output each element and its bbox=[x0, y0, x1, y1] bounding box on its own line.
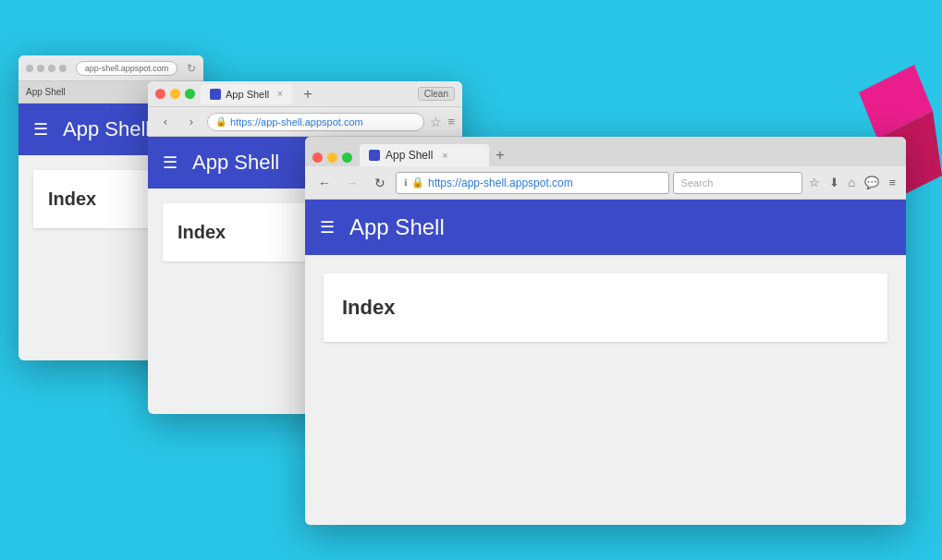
bookmark-icon-3[interactable]: ☆ bbox=[806, 176, 823, 189]
search-placeholder-3: Search bbox=[681, 177, 714, 189]
back-button-3[interactable]: ← bbox=[312, 171, 336, 195]
toolbar-3: ← → ↻ ℹ 🔒 https://app-shell.appspot.com … bbox=[305, 166, 906, 200]
reload-icon-1[interactable]: ↻ bbox=[187, 62, 196, 75]
traffic-lights-3 bbox=[312, 152, 352, 163]
url-text-1: app-shell.appspot.com bbox=[85, 64, 169, 73]
tab-3[interactable]: App Shell × bbox=[360, 144, 489, 166]
tab-label-1[interactable]: App Shell bbox=[26, 87, 66, 97]
back-button-2[interactable]: ‹ bbox=[155, 112, 176, 132]
content-label-3: Index bbox=[342, 296, 395, 319]
tab-label-2: App Shell bbox=[226, 89, 269, 100]
new-tab-button-2[interactable]: + bbox=[298, 84, 318, 104]
url-bar-1[interactable]: app-shell.appspot.com bbox=[76, 61, 177, 76]
forward-button-2[interactable]: › bbox=[181, 112, 202, 132]
url-text-2: https://app-shell.appspot.com bbox=[230, 116, 363, 128]
traffic-lights-1 bbox=[26, 65, 67, 72]
save-icon-3[interactable]: ⬇ bbox=[826, 176, 842, 189]
content-card-3: Index bbox=[324, 274, 887, 342]
menu-icon-2[interactable]: ≡ bbox=[447, 115, 455, 128]
chat-icon-3[interactable]: 💬 bbox=[862, 176, 882, 189]
dot-4 bbox=[59, 65, 67, 72]
browser-window-3: App Shell × + ← → ↻ ℹ 🔒 https://app-shel… bbox=[305, 137, 906, 525]
content-label-2: Index bbox=[177, 222, 226, 242]
dot-1 bbox=[26, 65, 33, 72]
title-bar-1: app-shell.appspot.com ↻ bbox=[18, 55, 203, 81]
tab-close-icon-2[interactable]: × bbox=[277, 89, 283, 99]
tab-close-icon-3[interactable]: × bbox=[442, 151, 447, 161]
home-icon-3[interactable]: ⌂ bbox=[846, 176, 859, 189]
dot-2 bbox=[37, 65, 44, 72]
search-bar-3[interactable]: Search bbox=[673, 172, 802, 194]
minimize-button-2[interactable] bbox=[170, 89, 180, 99]
app-header-3: ☰ App Shell bbox=[305, 200, 906, 255]
bookmark-icon-2[interactable]: ☆ bbox=[430, 115, 442, 129]
new-tab-button-3[interactable]: + bbox=[489, 144, 511, 166]
close-button-3[interactable] bbox=[312, 152, 323, 163]
hamburger-icon-3[interactable]: ☰ bbox=[320, 217, 335, 237]
close-button-2[interactable] bbox=[155, 89, 165, 99]
toolbar-2: ‹ › 🔒 https://app-shell.appspot.com ☆ ≡ bbox=[148, 107, 462, 137]
lock-icon-3: 🔒 bbox=[411, 177, 424, 189]
maximize-button-3[interactable] bbox=[342, 152, 352, 163]
hamburger-icon-2[interactable]: ☰ bbox=[163, 152, 177, 173]
dot-3 bbox=[48, 65, 55, 72]
title-bar-2: App Shell × + Clean bbox=[148, 81, 462, 107]
tab-favicon-3 bbox=[369, 150, 380, 161]
app-title-3: App Shell bbox=[349, 214, 445, 240]
content-label-1: Index bbox=[48, 189, 96, 209]
address-bar-2[interactable]: 🔒 https://app-shell.appspot.com bbox=[207, 113, 424, 131]
address-bar-3[interactable]: ℹ 🔒 https://app-shell.appspot.com bbox=[396, 172, 669, 194]
tab-label-3: App Shell bbox=[385, 149, 433, 162]
tab-favicon-2 bbox=[210, 89, 221, 100]
reload-button-3[interactable]: ↻ bbox=[368, 171, 392, 195]
url-text-3: https://app-shell.appspot.com bbox=[428, 177, 573, 189]
minimize-button-3[interactable] bbox=[327, 152, 337, 163]
info-icon-3: ℹ bbox=[404, 177, 408, 188]
app-title-1: App Shell bbox=[63, 117, 150, 141]
menu-icon-3[interactable]: ≡ bbox=[886, 176, 899, 189]
traffic-lights-2 bbox=[155, 89, 195, 99]
tab-bar-3: App Shell × + bbox=[305, 137, 906, 166]
tab-2[interactable]: App Shell × bbox=[201, 84, 292, 104]
lock-icon-2: 🔒 bbox=[215, 116, 226, 127]
app-title-2: App Shell bbox=[192, 151, 279, 175]
app-content-3: ☰ App Shell Index bbox=[305, 200, 906, 525]
clean-button-2[interactable]: Clean bbox=[418, 87, 455, 101]
forward-button-3[interactable]: → bbox=[340, 171, 364, 195]
hamburger-icon-1[interactable]: ☰ bbox=[33, 119, 48, 140]
maximize-button-2[interactable] bbox=[185, 89, 195, 99]
